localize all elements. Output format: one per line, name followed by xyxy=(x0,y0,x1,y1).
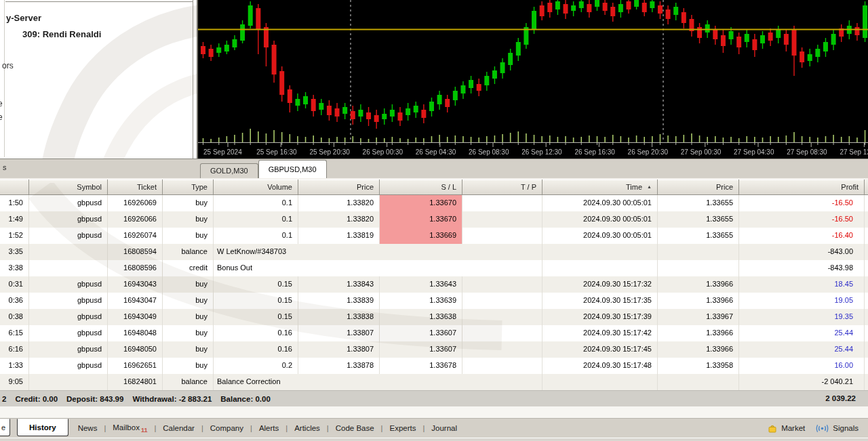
history-row[interactable]: 1:50gbpusd16926069buy0.11.338201.3367020… xyxy=(0,195,868,211)
summary-item: Deposit: 843.99 xyxy=(66,395,123,403)
cell-type: buy xyxy=(163,211,214,228)
history-row[interactable]: 3:3516808594balanceW LetKnow/#348703-843… xyxy=(0,244,868,260)
tab-company[interactable]: Company xyxy=(203,424,250,432)
cell-time: 2024.09.30 15:17:42 xyxy=(542,325,658,341)
signals-icon[interactable] xyxy=(816,424,829,433)
history-row[interactable]: 6:16gbpusd16948050buy0.161.338071.336072… xyxy=(0,341,868,358)
column-header-symbol[interactable]: Symbol xyxy=(29,180,108,194)
cell-time: 2024.09.30 00:05:01 xyxy=(542,195,658,211)
column-header-type[interactable]: Type xyxy=(163,180,214,194)
tab-mailbox[interactable]: Mailbox11 xyxy=(106,423,154,434)
cell-time xyxy=(542,260,658,276)
cell-price-open: 1.33820 xyxy=(298,211,380,228)
tree-item-fragment[interactable]: ors xyxy=(2,61,14,70)
cell-time-fragment: 9:05 xyxy=(0,374,29,390)
cell-price xyxy=(658,260,739,276)
column-header-time[interactable]: Time▲ xyxy=(542,180,658,194)
history-row[interactable]: 0:38gbpusd16943049buy0.151.338381.336382… xyxy=(0,309,868,325)
cell-price-open: 1.33807 xyxy=(298,325,380,341)
cell-ticket: 16948050 xyxy=(108,341,163,358)
signals-label[interactable]: Signals xyxy=(833,424,859,432)
column-header-price[interactable]: Price xyxy=(658,180,739,194)
cell-time xyxy=(542,374,658,390)
cell-take-profit xyxy=(462,228,542,244)
column-header-price[interactable]: Price xyxy=(298,180,380,194)
cell-type: buy xyxy=(163,325,214,341)
history-row[interactable]: 0:31gbpusd16943043buy0.151.338431.336432… xyxy=(0,276,868,293)
cell-take-profit xyxy=(462,293,542,309)
history-row[interactable]: 1:52gbpusd16926074buy0.11.338191.3366920… xyxy=(0,228,868,244)
history-row[interactable]: 1:49gbpusd16926066buy0.11.338201.3367020… xyxy=(0,211,868,228)
column-header-profit[interactable]: Profit xyxy=(739,180,865,194)
cell-time: 2024.09.30 15:17:35 xyxy=(542,293,658,309)
tab-alerts[interactable]: Alerts xyxy=(252,424,285,432)
account-tree-item[interactable]: 309: Rendi Renaldi xyxy=(22,29,101,39)
cell-ticket: 16808596 xyxy=(108,260,163,276)
tab-fragment[interactable]: e xyxy=(0,419,10,436)
history-row[interactable]: 1:33gbpusd16962651buy0.21.338781.3367820… xyxy=(0,358,868,374)
cell-profit: 25.44 xyxy=(739,325,865,341)
candlestick-chart[interactable]: 25 Sep 202425 Sep 16:3025 Sep 20:3026 Se… xyxy=(198,0,868,159)
cell-time: 2024.09.30 00:05:01 xyxy=(542,211,658,228)
column-header-volume[interactable]: Volume xyxy=(214,180,298,194)
sort-asc-icon: ▲ xyxy=(647,180,652,194)
tab-history[interactable]: History xyxy=(17,419,68,436)
cell-profit: 19.35 xyxy=(739,309,865,325)
column-header-tp[interactable]: T / P xyxy=(462,180,542,194)
history-table: 1:50gbpusd16926069buy0.11.338201.3367020… xyxy=(0,195,868,390)
chart-tab-gbpusd[interactable]: GBPUSD,M30 xyxy=(258,160,327,178)
column-header-ticket[interactable]: Ticket xyxy=(108,180,163,194)
cell-profit: 16.00 xyxy=(739,358,865,374)
cell-ticket: 16926066 xyxy=(108,211,163,228)
cell-volume: 0.15 xyxy=(214,293,298,309)
cell-stop-loss: 1.33670 xyxy=(380,211,462,228)
cell-type: buy xyxy=(163,276,214,293)
column-header-time[interactable] xyxy=(0,180,29,194)
cell-profit: -843.00 xyxy=(739,244,865,260)
cell-time: 2024.09.30 00:05:01 xyxy=(542,228,658,244)
market-bag-icon[interactable] xyxy=(768,423,777,433)
tab-calendar[interactable]: Calendar xyxy=(156,424,201,432)
cell-price-close: 1.33958 xyxy=(658,358,739,374)
cell-volume: 0.1 xyxy=(214,228,298,244)
cell-time-fragment: 0:38 xyxy=(0,309,29,325)
tab-articles[interactable]: Articles xyxy=(288,424,327,432)
cell-ticket: 16948048 xyxy=(108,325,163,341)
svg-text:26 Sep 12:30: 26 Sep 12:30 xyxy=(521,148,562,156)
cell-symbol: gbpusd xyxy=(29,276,108,293)
navigator-tab-fragment[interactable]: s xyxy=(3,163,7,171)
tab-experts[interactable]: Experts xyxy=(382,424,422,432)
cell-time-fragment: 1:33 xyxy=(0,358,29,374)
cell-type: buy xyxy=(163,341,214,358)
cell-symbol: gbpusd xyxy=(29,358,108,374)
cell-type: buy xyxy=(163,228,214,244)
cell-time-fragment: 1:49 xyxy=(0,211,29,228)
cell-profit: -16.50 xyxy=(739,211,865,228)
chart-tab-gold[interactable]: GOLD,M30 xyxy=(200,163,258,178)
cell-price-close: 1.33655 xyxy=(658,228,739,244)
server-tree-item[interactable]: y-Server xyxy=(6,13,41,23)
history-row[interactable]: 9:0516824801balanceBalance Correction-2 … xyxy=(0,374,868,390)
svg-text:26 Sep 00:30: 26 Sep 00:30 xyxy=(363,148,403,156)
cell-volume: 0.1 xyxy=(214,211,298,228)
cell-ticket: 16926069 xyxy=(108,195,163,211)
market-label[interactable]: Market xyxy=(781,424,805,432)
tab-news[interactable]: News xyxy=(71,424,104,432)
column-header-sl[interactable]: S / L xyxy=(380,180,462,194)
tab-code-base[interactable]: Code Base xyxy=(329,424,381,432)
cell-type: balance xyxy=(163,374,214,390)
chart-area[interactable]: 25 Sep 202425 Sep 16:3025 Sep 20:3026 Se… xyxy=(197,0,868,159)
tab-journal[interactable]: Journal xyxy=(425,424,464,432)
svg-text:25 Sep 16:30: 25 Sep 16:30 xyxy=(256,148,297,156)
history-row[interactable]: 0:36gbpusd16943047buy0.151.338391.336392… xyxy=(0,293,868,309)
history-row[interactable]: 6:15gbpusd16948048buy0.161.338071.336072… xyxy=(0,325,868,341)
cell-symbol: gbpusd xyxy=(29,341,108,358)
history-row[interactable]: 3:3816808596creditBonus Out-843.98 xyxy=(0,260,868,276)
cell-time-fragment: 3:38 xyxy=(0,260,29,276)
watermark-swirl xyxy=(0,0,197,159)
cell-time-fragment: 0:31 xyxy=(0,276,29,293)
cell-time: 2024.09.30 15:17:32 xyxy=(542,276,658,293)
cell-volume: 0.15 xyxy=(214,309,298,325)
cell-volume: 0.15 xyxy=(214,276,298,293)
cell-symbol: gbpusd xyxy=(29,309,108,325)
